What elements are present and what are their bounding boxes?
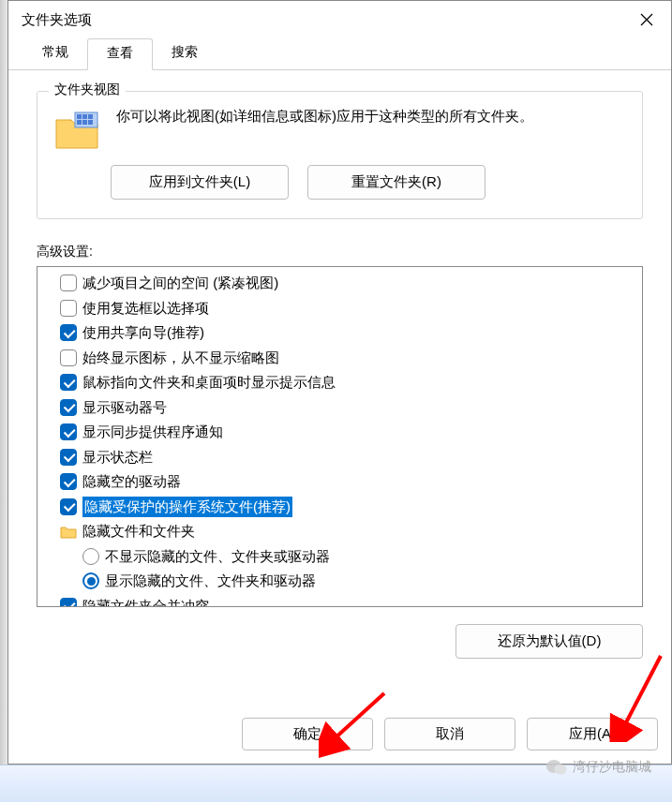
dialog-footer: 确定 取消 应用(A) [8,708,671,764]
radio-icon[interactable] [82,572,99,589]
list-item-label: 使用共享向导(推荐) [82,322,204,344]
list-item-label: 使用复选框以选择项 [82,298,209,319]
list-item[interactable]: 使用复选框以选择项 [37,296,642,321]
tab-strip: 常规 查看 搜索 [8,38,671,70]
tab-search[interactable]: 搜索 [153,38,217,70]
list-item[interactable]: 隐藏文件夹合并冲突 [37,594,642,608]
list-item-label: 鼠标指向文件夹和桌面项时显示提示信息 [82,372,336,394]
checkbox-icon[interactable] [60,598,77,607]
advanced-settings-label: 高级设置: [37,244,643,260]
svg-rect-6 [88,120,93,125]
checkbox-icon[interactable] [60,423,77,440]
close-icon [640,13,653,26]
list-item-label: 隐藏空的驱动器 [82,471,181,493]
checkbox-icon[interactable] [60,300,77,317]
list-item-label: 显示同步提供程序通知 [82,422,223,443]
checkbox-icon[interactable] [60,324,77,341]
folder-icon [54,111,99,150]
checkbox-icon[interactable] [60,498,77,515]
list-item-label: 显示驱动器号 [82,397,167,419]
watermark: 湾仔沙电脑城 [546,759,651,776]
svg-rect-5 [82,120,87,125]
list-item[interactable]: 减少项目之间的空间 (紧凑视图) [37,271,642,296]
folder-view-group: 文件夹视图 你可以将此视图(如详细信息或图标)应用于这种类型的所有文件夹。 应用… [37,91,643,219]
titlebar: 文件夹选项 [8,1,671,38]
wechat-icon [546,759,567,776]
svg-rect-2 [82,114,87,119]
restore-defaults-button[interactable]: 还原为默认值(D) [455,624,643,659]
radio-icon[interactable] [82,548,99,565]
list-item-label: 不显示隐藏的文件、文件夹或驱动器 [105,546,330,568]
list-item[interactable]: 隐藏受保护的操作系统文件(推荐) [37,495,642,520]
list-item[interactable]: 显示同步提供程序通知 [37,420,642,445]
tab-general[interactable]: 常规 [23,38,87,70]
list-item-label: 隐藏受保护的操作系统文件(推荐) [82,497,292,518]
list-item[interactable]: 隐藏空的驱动器 [37,469,642,495]
checkbox-icon[interactable] [60,349,77,366]
tab-content-view: 文件夹视图 你可以将此视图(如详细信息或图标)应用于这种类型的所有文件夹。 应用… [8,70,671,708]
list-item[interactable]: 显示驱动器号 [37,395,642,421]
reset-folders-button[interactable]: 重置文件夹(R) [307,165,485,200]
list-item[interactable]: 使用共享向导(推荐) [37,320,642,346]
checkbox-icon[interactable] [60,449,77,466]
list-item[interactable]: 不显示隐藏的文件、文件夹或驱动器 [37,544,642,570]
apply-button[interactable]: 应用(A) [527,718,658,750]
list-item[interactable]: 显示隐藏的文件、文件夹和驱动器 [37,569,642,594]
list-item[interactable]: 始终显示图标，从不显示缩略图 [37,346,642,371]
close-button[interactable] [622,1,671,38]
list-item-label: 减少项目之间的空间 (紧凑视图) [82,273,278,294]
list-item-label: 始终显示图标，从不显示缩略图 [82,348,279,369]
svg-rect-4 [77,120,82,125]
svg-point-10 [555,765,567,775]
checkbox-icon[interactable] [60,374,77,391]
list-item[interactable]: 隐藏文件和文件夹 [37,519,642,544]
list-item-label: 隐藏文件和文件夹 [82,521,195,542]
advanced-settings-list[interactable]: 减少项目之间的空间 (紧凑视图)使用复选框以选择项使用共享向导(推荐)始终显示图… [37,266,643,607]
list-item-label: 显示状态栏 [82,447,153,468]
tab-view[interactable]: 查看 [87,38,153,70]
svg-rect-3 [88,114,93,119]
folder-options-dialog: 文件夹选项 常规 查看 搜索 文件夹视图 你可以将此视图(如详细信息或图标)应用… [7,0,672,765]
watermark-text: 湾仔沙电脑城 [573,759,651,776]
folder-view-legend: 文件夹视图 [49,82,126,98]
ok-button[interactable]: 确定 [242,718,373,750]
folder-view-description: 你可以将此视图(如详细信息或图标)应用于这种类型的所有文件夹。 [116,105,625,127]
window-title: 文件夹选项 [22,11,92,29]
checkbox-icon[interactable] [60,399,77,416]
list-item-label: 隐藏文件夹合并冲突 [82,596,209,608]
folder-icon [60,524,77,539]
apply-to-folders-button[interactable]: 应用到文件夹(L) [111,165,289,200]
cancel-button[interactable]: 取消 [384,718,515,750]
list-item-label: 显示隐藏的文件、文件夹和驱动器 [105,571,316,592]
checkbox-icon[interactable] [60,275,77,291]
svg-rect-1 [77,114,82,119]
list-item[interactable]: 鼠标指向文件夹和桌面项时显示提示信息 [37,370,642,395]
list-item[interactable]: 显示状态栏 [37,445,642,470]
checkbox-icon[interactable] [60,473,77,490]
